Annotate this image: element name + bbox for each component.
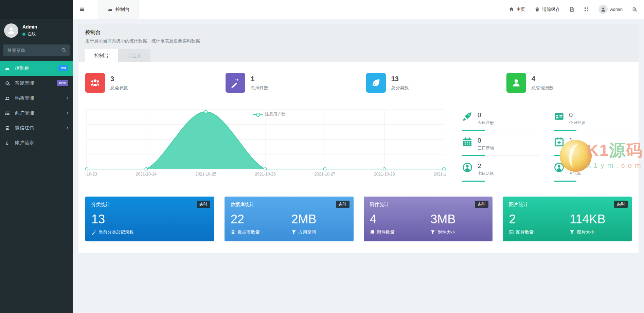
chart-section: 注册用户数 2021-10-232021-10-242021-10-252021… <box>85 109 632 186</box>
user-icon <box>506 73 526 93</box>
sidebar-item-dashboard[interactable]: 控制台 hot <box>0 61 73 76</box>
x-axis-tick-label: 2021-10-23 <box>85 172 97 177</box>
dashboard-icon <box>108 7 113 12</box>
tab-custom[interactable]: 自定义 <box>118 49 150 62</box>
topbar: 控制台 主页 清除缓存 Admin <box>73 0 644 19</box>
home-label: 主页 <box>516 6 525 13</box>
page-subtitle: 用于展示当前系统中的统计数据、统计报表及重要实时数据 <box>85 38 632 44</box>
sidebar-item-code-merchant[interactable]: 码商管理 ‹ <box>0 91 73 106</box>
calendar-icon <box>462 137 473 148</box>
realtime-badge: 实时 <box>197 201 210 208</box>
user-status-label: 在线 <box>28 31 36 37</box>
mini-stats: 0今日注册 0今日登录 0三日新增 1七日新增 2七日活跃 <box>446 109 632 186</box>
fullscreen-button[interactable] <box>584 7 589 12</box>
summary-cards: 分类统计 实时 13 当前分类总记录数 数据库统计 实时 222MB 数据表数量… <box>85 197 632 241</box>
card-footer-label: 附件数量 <box>377 229 395 235</box>
stat-total-admins: 4总管理员数 <box>506 68 632 101</box>
x-axis-tick-label: 2021-10-27 <box>315 172 335 177</box>
docs-button[interactable] <box>569 7 574 12</box>
stat-label: 总会员数 <box>110 85 128 91</box>
settings-button[interactable] <box>632 7 637 12</box>
filter-icon <box>430 230 435 235</box>
mini-value: 0 <box>478 137 494 144</box>
topbar-right: 主页 清除缓存 Admin <box>509 5 644 14</box>
sidebar-item-general[interactable]: 常规管理 new <box>0 76 73 91</box>
sidebar-item-account-flow[interactable]: £ 账户流水 <box>0 135 73 150</box>
x-axis-tick-label: 2021-10-29 <box>433 172 446 177</box>
card-footer-label: 占用空间 <box>299 229 316 235</box>
sidebar-item-label: 码商管理 <box>15 95 34 101</box>
card-title: 附件统计 <box>370 202 487 208</box>
magic-wand-icon <box>226 73 245 93</box>
chart-legend[interactable]: 注册用户数 <box>253 111 285 117</box>
sidebar-item-label: 微信红包 <box>15 125 34 131</box>
mini-label: 三日新增 <box>478 145 494 151</box>
copy-icon <box>370 230 375 235</box>
trash-icon <box>535 7 540 12</box>
users-icon <box>5 96 12 101</box>
list-icon <box>5 111 12 116</box>
user-icon <box>601 7 606 12</box>
user-status: 在线 <box>22 31 37 37</box>
mini-stat-3day-new: 0三日新增 <box>462 135 540 156</box>
mini-stat-7day-new: 1七日新增 <box>554 135 632 156</box>
stat-label: 总插件数 <box>251 85 268 91</box>
stat-value: 13 <box>391 75 409 83</box>
mini-stat-today-login: 0今日登录 <box>554 109 632 130</box>
mini-stat-today-registered: 0今日注册 <box>462 109 540 130</box>
search-icon[interactable] <box>61 48 67 53</box>
calendar-plus-icon <box>554 137 565 148</box>
stat-value: 4 <box>532 75 554 83</box>
mini-value: 1 <box>569 137 586 144</box>
sidebar-item-label: 账户流水 <box>15 140 34 146</box>
id-card-icon <box>554 111 565 122</box>
user-menu[interactable]: Admin <box>598 5 623 14</box>
stat-total-plugins: 1总插件数 <box>226 68 351 101</box>
user-circle-icon <box>462 162 473 173</box>
stat-value: 1 <box>251 75 268 83</box>
menu-icon[interactable] <box>73 6 91 12</box>
users-group-icon <box>85 73 105 93</box>
sidebar: Admin 在线 控制台 hot 常规管理 new 码商管理 ‹ 商户管理 ‹ … <box>0 0 73 313</box>
sidebar-item-wechat-redpacket[interactable]: 微信红包 ‹ <box>0 121 73 135</box>
registered-users-chart[interactable]: 注册用户数 2021-10-232021-10-242021-10-252021… <box>85 109 446 181</box>
sidebar-item-label: 常规管理 <box>15 80 34 86</box>
card-database-stats: 数据库统计 实时 222MB 数据表数量 占用空间 <box>225 197 354 241</box>
user-icon <box>7 26 16 35</box>
home-button[interactable]: 主页 <box>509 6 525 13</box>
card-title: 数据库统计 <box>231 202 347 208</box>
leaf-icon <box>366 73 386 93</box>
clear-cache-button[interactable]: 清除缓存 <box>535 6 560 13</box>
stat-label: 总管理员数 <box>532 85 554 91</box>
main-panel: 控制台 用于展示当前系统中的统计数据、统计报表及重要实时数据 控制台 自定义 3… <box>78 24 639 253</box>
mini-value: 2 <box>478 162 494 170</box>
mini-value: 0 <box>569 111 586 119</box>
legend-marker-icon <box>253 113 263 116</box>
mini-label: 月活跃 <box>569 171 582 177</box>
mini-stat-7day-active: 2七日活跃 <box>462 160 540 181</box>
new-badge: new <box>57 80 68 86</box>
mini-value: 0 <box>478 111 494 119</box>
card-footer-label: 图片数量 <box>516 229 534 235</box>
stat-label: 总分类数 <box>391 85 409 91</box>
tab-dashboard[interactable]: 控制台 <box>85 49 118 62</box>
svg-text:£: £ <box>6 141 8 145</box>
x-axis-tick-label: 2021-10-24 <box>136 172 157 177</box>
image-icon <box>509 230 514 235</box>
online-dot-icon <box>22 33 25 36</box>
card-value: 22 <box>231 213 291 226</box>
card-category-stats: 分类统计 实时 13 当前分类总记录数 <box>85 197 214 241</box>
stat-total-members: 3总会员数 <box>85 68 211 101</box>
card-title: 图片统计 <box>509 202 626 208</box>
card-footer-label: 数据表数量 <box>238 229 260 235</box>
dashboard-icon <box>5 66 12 71</box>
sidebar-item-merchant[interactable]: 商户管理 ‹ <box>0 106 73 121</box>
sidebar-item-label: 控制台 <box>15 65 29 71</box>
database-icon <box>231 230 235 235</box>
search-input[interactable] <box>3 44 70 56</box>
topbar-tab-dashboard[interactable]: 控制台 <box>99 0 139 19</box>
sidebar-item-label: 商户管理 <box>15 110 34 116</box>
rocket-icon <box>462 111 473 122</box>
gbp-icon: £ <box>5 141 12 146</box>
panel-body: 3总会员数 1总插件数 13总分类数 4总管理员数 注册用户数 <box>78 62 639 253</box>
